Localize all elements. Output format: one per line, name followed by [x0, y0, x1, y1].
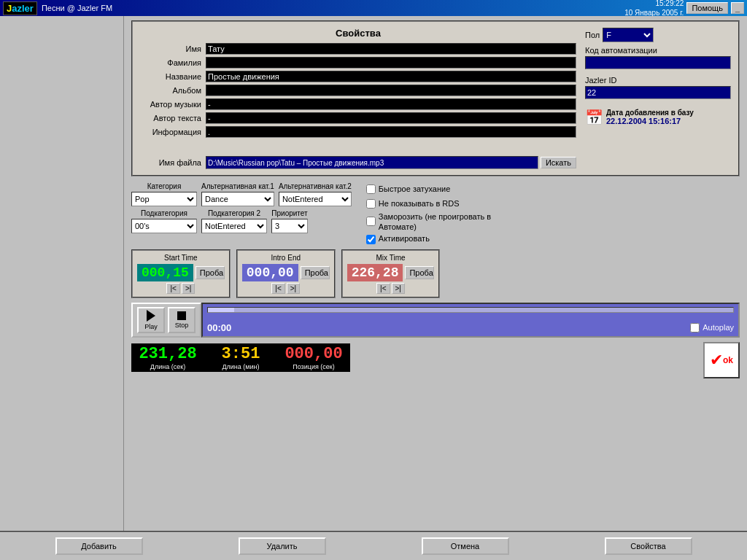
stop-button[interactable]: Stop: [168, 307, 196, 333]
calendar-icon: 📅: [585, 109, 603, 126]
start-time-prev[interactable]: |<: [166, 283, 179, 294]
mix-time-box: Mix Time 226,28 Проба |< >|: [341, 249, 441, 298]
proba2-button[interactable]: Проба: [301, 266, 330, 279]
search-button[interactable]: Искать: [541, 157, 576, 168]
freeze-checkbox[interactable]: [366, 217, 376, 226]
album-row: Альбом: [140, 85, 576, 96]
no-rds-row: Не показывать в RDS: [366, 197, 495, 211]
pol-label: Пол: [585, 31, 600, 39]
intro-end-inner: 000,00 Проба: [242, 264, 330, 281]
music-author-input[interactable]: [206, 98, 576, 110]
activate-checkbox[interactable]: [366, 235, 376, 244]
music-author-label: Автор музыки: [140, 100, 206, 109]
length-min-label: Длина (мин): [222, 363, 259, 370]
alt-cat2-group: Альтернативная кат.2 NotEntered: [279, 182, 352, 206]
delete-button[interactable]: Удалить: [239, 537, 326, 555]
date-added-value: 22.12.2004 15:16:17: [606, 117, 694, 125]
cat-group: Категория Pop: [131, 182, 197, 206]
intro-end-value: 000,00: [242, 264, 298, 281]
code-section: Код автоматизации: [585, 46, 731, 73]
length-min-box: 3:51 Длина (мин): [204, 343, 277, 372]
progress-bar-container[interactable]: [207, 307, 734, 313]
length-sec-box: 231,28 Длина (сек): [131, 343, 204, 372]
add-button[interactable]: Добавить: [55, 537, 143, 555]
file-label: Имя файла: [140, 158, 206, 167]
intro-end-next[interactable]: >|: [287, 283, 300, 294]
surname-input[interactable]: [206, 57, 576, 69]
music-author-row: Автор музыки: [140, 98, 576, 110]
stats-section: 231,28 Длина (сек) 3:51 Длина (мин) 000,…: [131, 342, 740, 378]
help-button[interactable]: Помощь: [686, 2, 728, 14]
minimize-button[interactable]: _: [731, 2, 744, 14]
ok-icon: ✔: [710, 351, 723, 370]
cat-cb-row: Категория Pop Альтернативная кат.1 Dance: [131, 182, 740, 246]
bottom-bar: Добавить Удалить Отмена Свойства: [0, 531, 747, 560]
surname-row: Фамилия: [140, 57, 576, 69]
cat-select[interactable]: Pop: [131, 192, 197, 206]
info-row: Информация: [140, 126, 576, 138]
cancel-button[interactable]: Отмена: [422, 537, 509, 555]
album-input[interactable]: [206, 85, 576, 96]
start-time-nav: |< >|: [137, 283, 225, 294]
play-stop-row: Play Stop: [137, 307, 196, 333]
date-section: 📅 Дата добавления в базу 22.12.2004 15:1…: [585, 109, 731, 126]
freeze-label: Заморозить (не проигровать в Автомате): [379, 211, 495, 233]
properties-button[interactable]: Свойства: [605, 537, 692, 555]
proba3-button[interactable]: Проба: [405, 266, 434, 279]
ok-button[interactable]: ✔ ok: [703, 342, 740, 378]
alt-cat2-select[interactable]: NotEntered: [279, 192, 352, 206]
priority-select[interactable]: 3: [271, 219, 308, 233]
pol-select[interactable]: F M: [603, 28, 654, 42]
datetime: 15:29:22 10 Январь 2005 г.: [624, 0, 684, 18]
length-sec-label: Длина (сек): [150, 363, 185, 370]
props-right: Пол F M Код автоматизации Jazler ID: [585, 28, 731, 169]
autoplay-row: Autoplay: [690, 323, 734, 332]
file-input[interactable]: [206, 156, 538, 169]
alt-cat1-select[interactable]: Dance: [201, 192, 274, 206]
fast-fade-checkbox[interactable]: [366, 184, 376, 194]
jazler-logo: Jazler: [3, 1, 37, 15]
info-input[interactable]: [206, 126, 576, 138]
position-label: Позиция (сек): [293, 363, 335, 370]
properties-box: Свойства Имя Фамилия Название Альбо: [131, 20, 740, 176]
mix-time-label: Mix Time: [347, 254, 435, 262]
proba1-button[interactable]: Проба: [196, 266, 225, 279]
subcat-label: Подкатегория: [131, 209, 197, 217]
mix-time-next[interactable]: >|: [392, 283, 405, 294]
mix-time-value: 226,28: [347, 264, 403, 281]
length-min-value: 3:51: [222, 345, 260, 363]
name-label: Имя: [140, 44, 206, 53]
player-section: Play Stop 00:00: [131, 303, 740, 338]
start-time-next[interactable]: >|: [182, 283, 195, 294]
subcat2-group: Подкатегория 2 NotEntered: [201, 209, 267, 233]
progress-area: 00:00 Autoplay: [201, 303, 740, 338]
name-input[interactable]: [206, 43, 576, 55]
subcat-select[interactable]: 00's: [131, 219, 197, 233]
autoplay-checkbox[interactable]: [690, 323, 700, 332]
title-input[interactable]: [206, 71, 576, 82]
code-input[interactable]: [585, 56, 731, 69]
no-rds-checkbox[interactable]: [366, 199, 376, 209]
jazler-id-input[interactable]: [585, 86, 731, 99]
jazler-id-label: Jazler ID: [585, 76, 731, 85]
intro-end-prev[interactable]: |<: [271, 283, 285, 294]
mix-time-prev[interactable]: |<: [376, 283, 390, 294]
content-area: Свойства Имя Фамилия Название Альбо: [0, 16, 747, 531]
text-author-label: Автор текста: [140, 114, 206, 122]
ok-label: ok: [723, 355, 733, 365]
album-label: Альбом: [140, 86, 206, 95]
activate-label: Активировать: [379, 232, 430, 246]
titlebar-title: Песни @ Jazler FM: [42, 4, 112, 12]
subcat2-select[interactable]: NotEntered: [201, 219, 267, 233]
text-author-input[interactable]: [206, 112, 576, 124]
position-box: 000,00 Позиция (сек): [277, 343, 350, 372]
date-added-label: Дата добавления в базу: [606, 109, 694, 117]
surname-label: Фамилия: [140, 58, 206, 67]
start-time-label: Start Time: [137, 254, 225, 262]
freeze-row: Заморозить (не проигровать в Автомате): [366, 211, 495, 233]
play-button[interactable]: Play: [137, 307, 165, 333]
title-row: Название: [140, 71, 576, 82]
sidebar: [0, 16, 124, 531]
props-title: Свойства: [140, 28, 576, 39]
form-area: Свойства Имя Фамилия Название Альбо: [124, 16, 747, 531]
